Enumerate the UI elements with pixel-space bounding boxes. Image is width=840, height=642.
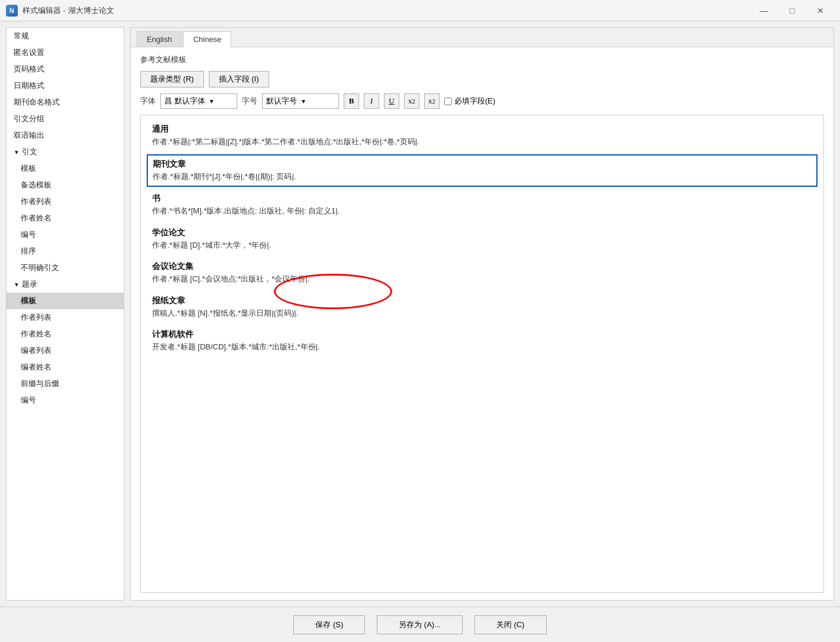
- close-button[interactable]: 关闭 (C): [474, 615, 547, 634]
- reference-item[interactable]: 报纸文章撰稿人.*标题 [N].*报纸名,*显示日期|(页码)|.: [147, 291, 818, 323]
- subscript-button[interactable]: x2: [404, 93, 419, 109]
- sidebar: 常规匿名设置页码格式日期格式期刊命名格式引文分组双语输出▼引文模板备选模板作者列…: [6, 27, 124, 601]
- font-dropdown-arrow: ▼: [209, 98, 215, 105]
- ref-title: 通用: [152, 124, 812, 135]
- main-container: 常规匿名设置页码格式日期格式期刊命名格式引文分组双语输出▼引文模板备选模板作者列…: [0, 21, 840, 607]
- chevron-icon: ▼: [14, 149, 20, 155]
- tab-english[interactable]: English: [137, 31, 182, 47]
- sidebar-item-前缀与后缀[interactable]: 前缀与后缀: [7, 375, 124, 392]
- sidebar-item-编者姓名[interactable]: 编者姓名: [7, 359, 124, 375]
- sidebar-item-期刊命名格式[interactable]: 期刊命名格式: [7, 94, 124, 111]
- sidebar-section-label: 引文: [22, 147, 37, 157]
- font-row: 字体 昌 默认字体 ▼ 字号 默认字号 ▼ B I U x2 x2 必填字段(E…: [140, 93, 824, 109]
- required-checkbox[interactable]: [444, 98, 452, 105]
- insert-field-button[interactable]: 插入字段 (I): [209, 71, 269, 87]
- bold-button[interactable]: B: [344, 93, 359, 109]
- maximize-button[interactable]: □: [778, 2, 806, 20]
- sidebar-item-作者姓名[interactable]: 作者姓名: [7, 326, 124, 342]
- window-controls: — □ ✕: [750, 2, 834, 20]
- ref-title: 书: [152, 193, 812, 204]
- tab-chinese[interactable]: Chinese: [183, 31, 232, 47]
- sidebar-section-题录[interactable]: ▼题录: [7, 276, 124, 293]
- sidebar-item-不明确引文[interactable]: 不明确引文: [7, 260, 124, 276]
- ref-title: 计算机软件: [152, 329, 812, 340]
- superscript-button[interactable]: x2: [424, 93, 440, 109]
- font-value: 昌 默认字体: [164, 96, 205, 106]
- close-window-button[interactable]: ✕: [807, 2, 834, 20]
- reference-item[interactable]: 计算机软件开发者.*标题 [DB/CD].*版本.*城市:*出版社,*年份|.: [147, 325, 818, 357]
- record-type-button[interactable]: 题录类型 (R): [140, 71, 204, 87]
- font-label: 字体: [140, 96, 156, 106]
- reference-item[interactable]: 期刊文章作者.*标题.*期刊*[J].*年份|,*卷|(期)|: 页码|.: [147, 154, 818, 187]
- sidebar-item-作者姓名[interactable]: 作者姓名: [7, 210, 124, 226]
- ref-content: 开发者.*标题 [DB/CD].*版本.*城市:*出版社,*年份|.: [152, 341, 812, 353]
- ref-content: 撰稿人.*标题 [N].*报纸名,*显示日期|(页码)|.: [152, 307, 812, 319]
- reference-list[interactable]: 通用作者.*标题|:*第二标题|[Z].*|版本.*第二作者.*出版地点:*出版…: [140, 115, 824, 593]
- ref-content: 作者.*书名*[M].*版本.出版地点: 出版社, 年份|: 自定义1|.: [152, 205, 812, 217]
- save-button[interactable]: 保存 (S): [293, 615, 365, 634]
- size-label: 字号: [242, 96, 257, 106]
- toolbar-row: 题录类型 (R) 插入字段 (I): [140, 71, 824, 87]
- sidebar-item-编号[interactable]: 编号: [7, 392, 124, 408]
- sidebar-item-编者列表[interactable]: 编者列表: [7, 342, 124, 359]
- save-as-button[interactable]: 另存为 (A)...: [377, 615, 463, 634]
- ref-title: 会议论文集: [152, 261, 812, 272]
- sidebar-item-日期格式[interactable]: 日期格式: [7, 77, 124, 94]
- sidebar-item-作者列表[interactable]: 作者列表: [7, 193, 124, 210]
- size-value: 默认字号: [266, 96, 297, 106]
- sidebar-section-引文[interactable]: ▼引文: [7, 144, 124, 160]
- section-label: 参考文献模板: [140, 54, 824, 65]
- reference-item[interactable]: 书作者.*书名*[M].*版本.出版地点: 出版社, 年份|: 自定义1|.: [147, 189, 818, 221]
- size-select[interactable]: 默认字号 ▼: [262, 93, 339, 109]
- sidebar-item-模板[interactable]: 模板: [7, 293, 124, 309]
- tabs-bar: English Chinese: [131, 28, 833, 47]
- ref-content: 作者.*标题 [D].*城市:*大学，*年份|.: [152, 239, 812, 251]
- bottom-bar: 保存 (S) 另存为 (A)... 关闭 (C): [0, 607, 840, 642]
- sidebar-section-label: 题录: [22, 279, 37, 290]
- ref-items-container: 通用作者.*标题|:*第二标题|[Z].*|版本.*第二作者.*出版地点:*出版…: [147, 120, 818, 357]
- sidebar-item-双语输出[interactable]: 双语输出: [7, 127, 124, 144]
- underline-button[interactable]: U: [384, 93, 399, 109]
- reference-item[interactable]: 通用作者.*标题|:*第二标题|[Z].*|版本.*第二作者.*出版地点:*出版…: [147, 120, 818, 152]
- required-field-check[interactable]: 必填字段(E): [444, 96, 495, 106]
- sidebar-item-引文分组[interactable]: 引文分组: [7, 111, 124, 127]
- font-select[interactable]: 昌 默认字体 ▼: [160, 93, 237, 109]
- titlebar-title: 样式编辑器 - 湖大博士论文: [22, 5, 750, 16]
- size-dropdown-arrow: ▼: [301, 98, 306, 105]
- sidebar-item-作者列表[interactable]: 作者列表: [7, 309, 124, 326]
- chevron-icon: ▼: [14, 281, 20, 288]
- ref-title: 期刊文章: [153, 159, 812, 170]
- reference-item[interactable]: 学位论文作者.*标题 [D].*城市:*大学，*年份|.: [147, 223, 818, 255]
- required-label: 必填字段(E): [454, 96, 495, 106]
- app-icon: N: [6, 5, 18, 17]
- sidebar-item-备选模板[interactable]: 备选模板: [7, 177, 124, 193]
- sidebar-item-模板[interactable]: 模板: [7, 160, 124, 177]
- ref-title: 学位论文: [152, 228, 812, 238]
- sidebar-item-编号[interactable]: 编号: [7, 226, 124, 243]
- content-body: 参考文献模板 题录类型 (R) 插入字段 (I) 字体 昌 默认字体 ▼ 字号 …: [131, 47, 833, 600]
- ref-content: 作者.*标题.*期刊*[J].*年份|,*卷|(期)|: 页码|.: [153, 171, 812, 183]
- ref-content: 作者.*标题|:*第二标题|[Z].*|版本.*第二作者.*出版地点:*出版社,…: [152, 136, 812, 148]
- sidebar-item-常规[interactable]: 常规: [7, 28, 124, 44]
- reference-item[interactable]: 会议论文集作者.*标题 [C].*会议地点:*出版社，*会议年份|.: [147, 257, 818, 289]
- minimize-button[interactable]: —: [750, 2, 777, 20]
- content-area: English Chinese 参考文献模板 题录类型 (R) 插入字段 (I)…: [130, 27, 834, 601]
- ref-title: 报纸文章: [152, 296, 812, 306]
- ref-content: 作者.*标题 [C].*会议地点:*出版社，*会议年份|.: [152, 273, 812, 285]
- titlebar: N 样式编辑器 - 湖大博士论文 — □ ✕: [0, 0, 840, 21]
- sidebar-list: 常规匿名设置页码格式日期格式期刊命名格式引文分组双语输出▼引文模板备选模板作者列…: [7, 28, 124, 408]
- app-icon-text: N: [9, 7, 14, 14]
- sidebar-item-排序[interactable]: 排序: [7, 243, 124, 260]
- italic-button[interactable]: I: [364, 93, 379, 109]
- sidebar-item-页码格式[interactable]: 页码格式: [7, 61, 124, 77]
- sidebar-item-匿名设置[interactable]: 匿名设置: [7, 44, 124, 61]
